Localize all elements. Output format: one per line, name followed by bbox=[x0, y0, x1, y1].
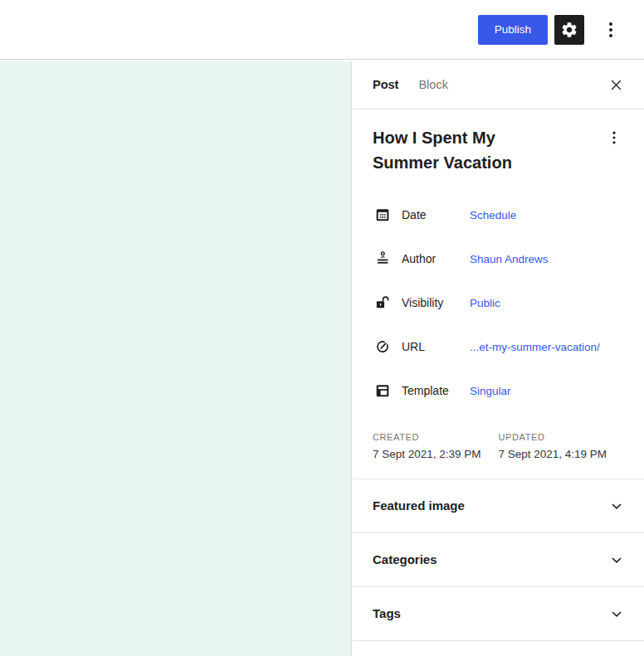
publish-button[interactable]: Publish bbox=[478, 15, 548, 45]
summary-row-visibility: Visibility Public bbox=[373, 281, 624, 325]
link-icon bbox=[373, 337, 393, 357]
created-value: 7 Sept 2021, 2:39 PM bbox=[373, 448, 499, 460]
post-meta: CREATED 7 Sept 2021, 2:39 PM UPDATED 7 S… bbox=[373, 432, 624, 460]
created-meta: CREATED 7 Sept 2021, 2:39 PM bbox=[373, 432, 499, 460]
row-label-template: Template bbox=[402, 384, 470, 397]
visibility-link[interactable]: Public bbox=[470, 297, 500, 309]
chevron-down-icon bbox=[607, 605, 626, 623]
sidebar-tabs-header: Post Block bbox=[353, 61, 644, 109]
gear-icon bbox=[560, 21, 578, 39]
panel-title: Featured image bbox=[373, 498, 465, 513]
schedule-link[interactable]: Schedule bbox=[470, 209, 516, 221]
post-title: How I Spent My Summer Vacation bbox=[373, 125, 539, 175]
row-label-author: Author bbox=[402, 252, 470, 265]
kebab-menu-icon bbox=[601, 20, 621, 40]
post-actions-menu-button[interactable] bbox=[604, 128, 624, 148]
close-sidebar-button[interactable] bbox=[606, 75, 626, 95]
panel-categories[interactable]: Categories bbox=[353, 533, 644, 587]
row-label-url: URL bbox=[402, 340, 470, 353]
calendar-icon bbox=[373, 205, 393, 225]
template-link[interactable]: Singular bbox=[470, 385, 511, 397]
post-summary-section: How I Spent My Summer Vacation bbox=[353, 109, 644, 479]
panel-title: Tags bbox=[373, 606, 401, 620]
summary-row-template: Template Singular bbox=[373, 369, 624, 413]
panel-tags[interactable]: Tags bbox=[353, 587, 644, 641]
updated-value: 7 Sept 2021, 4:19 PM bbox=[499, 448, 625, 460]
summary-rows: Date Schedule Author Shaun Andrews bbox=[373, 193, 624, 413]
author-link[interactable]: Shaun Andrews bbox=[470, 253, 549, 265]
settings-button[interactable] bbox=[554, 15, 584, 45]
updated-label: UPDATED bbox=[499, 432, 625, 442]
tab-block[interactable]: Block bbox=[418, 78, 447, 91]
updated-meta: UPDATED 7 Sept 2021, 4:19 PM bbox=[499, 432, 625, 460]
editor-canvas[interactable] bbox=[0, 61, 352, 656]
tab-post[interactable]: Post bbox=[373, 78, 398, 91]
summary-row-url: URL ...et-my-summer-vacation/ bbox=[373, 325, 624, 369]
created-label: CREATED bbox=[373, 432, 499, 442]
chevron-down-icon bbox=[607, 551, 626, 569]
template-icon bbox=[373, 381, 393, 401]
options-menu-button[interactable] bbox=[599, 15, 622, 45]
summary-row-author: Author Shaun Andrews bbox=[373, 237, 624, 281]
unlock-icon bbox=[373, 293, 393, 313]
panel-featured-image[interactable]: Featured image bbox=[353, 479, 644, 533]
editor-topbar: Publish bbox=[0, 0, 644, 60]
url-link[interactable]: ...et-my-summer-vacation/ bbox=[470, 341, 600, 353]
chevron-down-icon bbox=[607, 497, 626, 515]
settings-sidebar: Post Block How I Spent My Summer Vacatio… bbox=[353, 61, 644, 656]
panel-title: Categories bbox=[373, 552, 437, 566]
close-icon bbox=[609, 78, 623, 92]
row-label-date: Date bbox=[402, 208, 470, 221]
row-label-visibility: Visibility bbox=[402, 296, 470, 309]
author-icon bbox=[373, 249, 393, 269]
summary-row-date: Date Schedule bbox=[373, 193, 624, 237]
kebab-menu-icon bbox=[606, 129, 622, 146]
